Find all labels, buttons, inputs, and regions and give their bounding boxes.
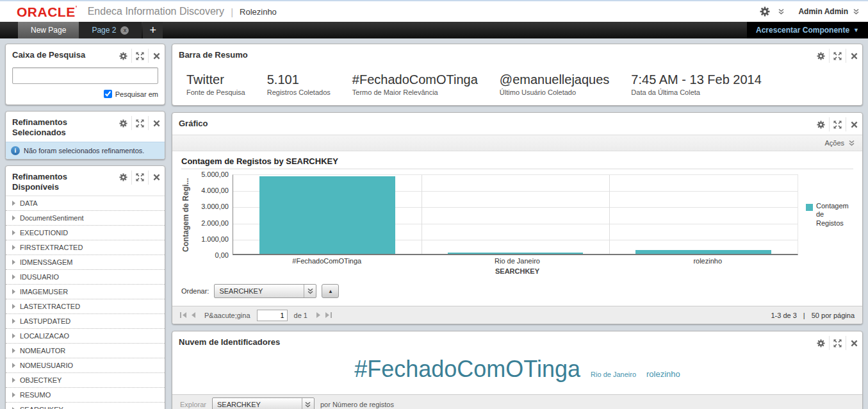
refinement-item[interactable]: NOMEUSUARIO xyxy=(6,358,165,373)
close-tab-icon[interactable]: x xyxy=(120,26,129,35)
actions-menu[interactable]: Ações xyxy=(824,139,844,147)
chart-title: Contagem de Registos by SEARCHKEY xyxy=(181,156,853,169)
gear-icon[interactable] xyxy=(757,4,773,19)
search-in-label: Pesquisar em xyxy=(115,90,158,98)
available-refinements-list: DATADocumentSentimentEXECUTIONIDFIRSTEXT… xyxy=(6,196,165,409)
summary-metric: TwitterFonte de Pesquisa xyxy=(186,72,245,96)
gear-icon[interactable] xyxy=(115,116,131,130)
metric-label: Data da Última Coleta xyxy=(631,88,761,96)
summary-metric: @emanuellejaquesÚltimo Usuário Coletado xyxy=(500,72,610,96)
expand-icon[interactable] xyxy=(829,49,846,63)
chart-panel: Gráfico Ações Contagem de Registos by SE… xyxy=(172,112,863,324)
metric-value: @emanuellejaques xyxy=(500,72,610,87)
gear-icon[interactable] xyxy=(812,336,829,350)
close-icon[interactable] xyxy=(148,171,165,185)
y-tick-label: 4.000,00 xyxy=(201,187,229,194)
expand-triangle-icon xyxy=(12,333,15,338)
expand-triangle-icon xyxy=(12,274,15,280)
tag-cloud-item[interactable]: Rio de Janeiro xyxy=(591,371,636,378)
y-tick-label: 2.000,00 xyxy=(201,219,229,227)
page-number-input[interactable] xyxy=(257,310,288,321)
previous-page-icon[interactable] xyxy=(191,312,195,318)
gear-icon[interactable] xyxy=(115,171,131,185)
close-icon[interactable] xyxy=(148,116,165,130)
close-icon[interactable] xyxy=(846,336,862,350)
tab-page-2[interactable]: Page 2 x xyxy=(79,22,142,38)
refinement-item[interactable]: LOCALIZACAO xyxy=(6,329,165,344)
refinement-label: IMAGEMUSER xyxy=(20,288,68,296)
close-icon[interactable] xyxy=(846,117,862,131)
close-icon[interactable] xyxy=(846,49,862,63)
expand-triangle-icon xyxy=(12,378,15,383)
user-menu[interactable]: Admin Admin xyxy=(798,7,848,16)
gear-icon[interactable] xyxy=(812,49,829,63)
refinement-label: LASTUPDATED xyxy=(20,317,70,325)
search-input[interactable] xyxy=(12,67,158,84)
ordenar-value: SEARCHKEY xyxy=(215,287,304,295)
summary-bar-panel: Barra de Resumo TwitterFonte de Pesquisa… xyxy=(172,44,863,106)
refinement-item[interactable]: EXECUTIONID xyxy=(6,226,165,240)
ordenar-select[interactable]: SEARCHKEY xyxy=(214,284,316,298)
refinement-item[interactable]: LASTUPDATED xyxy=(6,314,165,329)
expand-icon[interactable] xyxy=(131,116,148,130)
page-of-label: de 1 xyxy=(294,312,307,319)
refinement-item[interactable]: IDUSUARIO xyxy=(6,270,165,285)
close-icon[interactable] xyxy=(148,49,165,63)
add-page-button[interactable]: + xyxy=(143,22,163,38)
explore-select[interactable]: SEARCHKEY xyxy=(212,397,315,409)
refinement-item[interactable]: NOMEAUTOR xyxy=(6,344,165,358)
first-page-icon[interactable] xyxy=(180,312,187,318)
tag-cloud-item[interactable]: #FechadoComOTinga xyxy=(354,356,580,383)
y-tick-label: 5.000,00 xyxy=(201,171,229,178)
chevron-down-icon[interactable] xyxy=(849,140,855,146)
gear-icon[interactable] xyxy=(812,117,829,131)
panel-title: Nuvem de Identificadores xyxy=(179,336,280,347)
refinement-item[interactable]: FIRSTEXTRACTED xyxy=(6,240,165,255)
page-tab-bar: New Page Page 2 x + Acrescentar Componen… xyxy=(0,22,868,38)
expand-icon[interactable] xyxy=(131,171,148,185)
refinement-item[interactable]: SEARCHKEY xyxy=(6,403,165,409)
search-in-checkbox[interactable] xyxy=(104,90,112,98)
legend-label: Contagem de Registos xyxy=(816,202,853,228)
refinement-item[interactable]: LASTEXTRACTED xyxy=(6,299,165,314)
panel-title: Gráfico xyxy=(179,117,208,129)
chart-bar[interactable] xyxy=(635,250,771,254)
panel-title: Barra de Resumo xyxy=(179,49,248,60)
chart-bar[interactable] xyxy=(259,176,395,254)
refinement-item[interactable]: DATA xyxy=(6,196,165,211)
ordenar-label: Ordenar: xyxy=(181,287,209,295)
refinement-item[interactable]: RESUMO xyxy=(6,388,165,403)
selected-refinements-panel: Refinamentos Selecionados i Não foram se… xyxy=(5,111,165,160)
range-label: 1-3 de 3 xyxy=(771,312,796,319)
next-page-icon[interactable] xyxy=(316,312,321,318)
refinement-label: OBJECTKEY xyxy=(20,376,61,384)
refinement-item[interactable]: IMAGEMUSER xyxy=(6,285,165,299)
per-page-label[interactable]: 50 por página xyxy=(812,312,855,319)
refinement-label: DATA xyxy=(20,199,38,207)
tag-cloud-panel: Nuvem de Identificadores #FechadoComOTin… xyxy=(172,331,863,409)
chevron-down-icon[interactable] xyxy=(853,8,859,15)
sort-ascending-button[interactable]: ▲ xyxy=(322,284,339,298)
gear-icon[interactable] xyxy=(115,49,131,63)
header-divider: | xyxy=(231,6,233,17)
tag-cloud-item[interactable]: rolezinho xyxy=(646,369,680,379)
last-page-icon[interactable] xyxy=(325,312,332,318)
summary-metrics: TwitterFonte de Pesquisa5.101Registros C… xyxy=(172,66,862,105)
add-component-button[interactable]: Acrescentar Componente ▼ xyxy=(747,22,868,38)
refinement-item[interactable]: IDMENSSAGEM xyxy=(6,255,165,270)
refinement-item[interactable]: OBJECTKEY xyxy=(6,373,165,388)
legend-swatch xyxy=(806,204,813,211)
chart-bar[interactable] xyxy=(448,253,583,254)
explore-value: SEARCHKEY xyxy=(213,401,302,408)
refinement-item[interactable]: DocumentSentiment xyxy=(6,211,165,226)
tab-new-page[interactable]: New Page xyxy=(18,22,79,38)
expand-icon[interactable] xyxy=(131,49,148,63)
expand-triangle-icon xyxy=(12,392,15,397)
expand-triangle-icon xyxy=(12,245,15,250)
chevron-down-icon[interactable] xyxy=(778,8,784,15)
x-category-label: Rio de Janeiro xyxy=(422,257,612,265)
panel-title: Refinamentos Disponíveis xyxy=(12,171,115,193)
expand-icon[interactable] xyxy=(829,117,846,131)
expand-triangle-icon xyxy=(12,348,15,353)
expand-icon[interactable] xyxy=(829,336,846,350)
